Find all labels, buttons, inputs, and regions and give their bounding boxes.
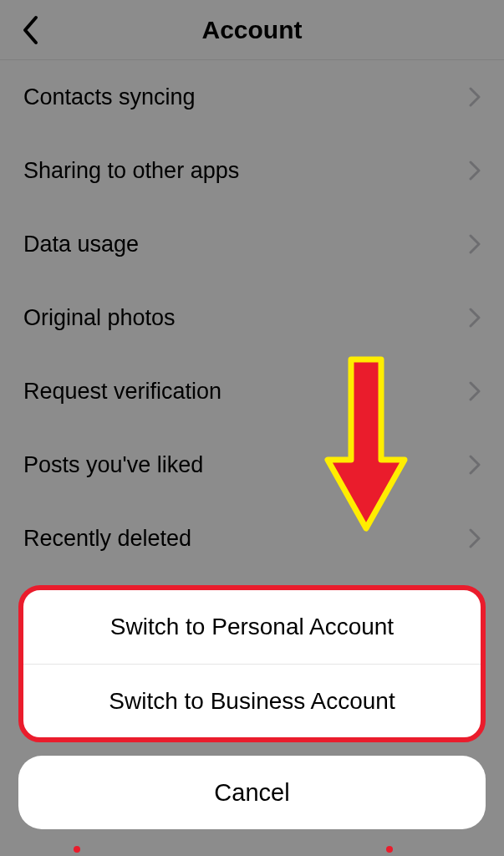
red-dot-icon xyxy=(386,846,393,853)
action-sheet: Switch to Personal Account Switch to Bus… xyxy=(0,585,504,856)
action-sheet-group: Switch to Personal Account Switch to Bus… xyxy=(18,585,486,742)
switch-to-personal-account-option[interactable]: Switch to Personal Account xyxy=(23,590,481,664)
cancel-button-label: Cancel xyxy=(214,779,289,807)
action-option-label: Switch to Personal Account xyxy=(110,614,394,640)
red-dot-icon xyxy=(74,846,80,853)
annotation-arrow xyxy=(324,353,408,537)
cancel-button[interactable]: Cancel xyxy=(18,756,486,829)
arrow-down-icon xyxy=(324,353,408,537)
action-option-label: Switch to Business Account xyxy=(109,688,395,715)
switch-to-business-account-option[interactable]: Switch to Business Account xyxy=(23,664,481,737)
bottom-indicator-dots xyxy=(0,846,504,853)
